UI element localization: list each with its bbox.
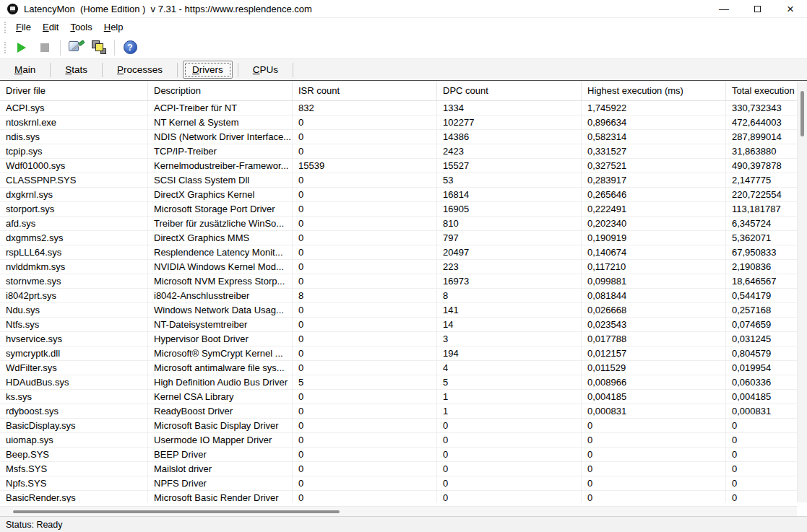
table-row[interactable]: dxgkrnl.sysDirectX Graphics Kernel016814… <box>0 188 807 202</box>
table-cell: 0,023543 <box>582 318 726 331</box>
menu-tools[interactable]: Tools <box>64 20 98 34</box>
column-header-dpc-count[interactable]: DPC count <box>437 81 582 100</box>
copy-report-button[interactable] <box>89 38 109 57</box>
table-cell: stornvme.sys <box>0 274 148 288</box>
table-cell: 0,012157 <box>582 346 726 360</box>
table-row[interactable]: HDAudBus.sysHigh Definition Audio Bus Dr… <box>0 375 807 390</box>
table-cell: 0,140674 <box>582 245 726 259</box>
minimize-icon: — <box>719 3 729 14</box>
table-row[interactable]: CLASSPNP.SYSSCSI Class System Dll0530,28… <box>0 173 807 188</box>
table-cell: 0,327521 <box>582 159 726 173</box>
table-cell: 0 <box>582 476 726 490</box>
menu-edit[interactable]: Edit <box>37 20 64 34</box>
horizontal-scrollbar[interactable] <box>0 506 797 516</box>
table-cell: 0 <box>293 188 437 201</box>
menu-help[interactable]: Help <box>98 20 129 34</box>
table-row[interactable]: Ntfs.sysNT-Dateisystemtreiber0140,023543… <box>0 318 807 332</box>
tools-icon <box>67 40 85 56</box>
table-row[interactable]: BasicDisplay.sysMicrosoft Basic Display … <box>0 419 807 433</box>
table-cell: 0,202340 <box>582 217 726 230</box>
table-cell: 810 <box>437 217 582 230</box>
table-row[interactable]: hvservice.sysHypervisor Boot Driver030,0… <box>0 332 807 346</box>
table-cell: Beep.SYS <box>0 448 148 461</box>
table-row[interactable]: symcryptk.dllMicrosoft® SymCrypt Kernel … <box>0 346 807 361</box>
column-header-highest-execution-ms[interactable]: Highest execution (ms) <box>582 81 726 100</box>
vertical-scrollbar-thumb[interactable] <box>800 91 804 136</box>
table-cell: 0 <box>437 419 582 432</box>
tab-separator <box>50 63 51 77</box>
vertical-scrollbar[interactable] <box>797 82 807 502</box>
statusbar: Status: Ready <box>0 516 807 532</box>
table-cell: ntoskrnl.exe <box>0 115 148 129</box>
column-header-description[interactable]: Description <box>148 81 293 100</box>
table-row[interactable]: dxgmms2.sysDirectX Graphics MMS07970,190… <box>0 231 807 245</box>
table-cell: 0 <box>293 260 437 274</box>
app-logo-glyph <box>10 6 15 12</box>
table-row[interactable]: Wdf01000.sysKernelmodustreiber-Framewor.… <box>0 159 807 173</box>
table-cell: HDAudBus.sys <box>0 375 148 389</box>
maximize-button[interactable] <box>741 0 774 17</box>
tab-label-accel: P <box>117 64 124 75</box>
stop-monitor-button[interactable] <box>35 38 55 57</box>
table-cell: 8 <box>293 289 437 302</box>
table-cell: Microsoft Basic Display Driver <box>148 419 293 432</box>
tab-label-rest: ain <box>22 64 35 75</box>
table-cell: dxgmms2.sys <box>0 231 148 245</box>
table-row[interactable]: rdyboost.sysReadyBoost Driver010,0008310… <box>0 404 807 419</box>
table-row[interactable]: ks.sysKernel CSA Library010,0041850,0041… <box>0 390 807 404</box>
horizontal-scrollbar-thumb[interactable] <box>13 510 340 513</box>
table-row[interactable]: Beep.SYSBEEP Driver0000 <box>0 448 807 462</box>
table-row[interactable]: ntoskrnl.exeNT Kernel & System01022770,8… <box>0 115 807 130</box>
table-row[interactable]: BasicRender.sysMicrosoft Basic Render Dr… <box>0 491 807 502</box>
menu-edit-rest: dit <box>49 22 59 32</box>
table-row[interactable]: uiomap.sysUsermode IO Mapper Driver0000 <box>0 433 807 448</box>
table-row[interactable]: Npfs.SYSNPFS Driver0000 <box>0 476 807 491</box>
table-cell: dxgkrnl.sys <box>0 188 148 201</box>
latencymon-window: LatencyMon (Home Edition ) v 7.31 - http… <box>0 0 807 532</box>
table-row[interactable]: Ndu.sysWindows Network Data Usag...01410… <box>0 303 807 318</box>
table-row[interactable]: rspLLL64.sysResplendence Latency Monit..… <box>0 245 807 260</box>
table-cell: High Definition Audio Bus Driver <box>148 375 293 389</box>
stop-icon <box>40 43 49 52</box>
table-row[interactable]: tcpip.sysTCP/IP-Treiber024230,33152731,8… <box>0 144 807 159</box>
tab-cpus[interactable]: CPUs <box>243 61 288 79</box>
table-row[interactable]: Msfs.SYSMailslot driver0000 <box>0 462 807 476</box>
column-header-driver-file[interactable]: Driver file <box>0 81 148 100</box>
table-row[interactable]: stornvme.sysMicrosoft NVM Express Storp.… <box>0 274 807 289</box>
tab-main[interactable]: Main <box>5 61 45 79</box>
table-cell: 832 <box>293 101 437 115</box>
table-row[interactable]: storport.sysMicrosoft Storage Port Drive… <box>0 202 807 217</box>
table-cell: nvlddmkm.sys <box>0 260 148 274</box>
minimize-button[interactable]: — <box>707 0 741 17</box>
close-button[interactable]: × <box>774 0 807 17</box>
tab-drivers[interactable]: Drivers <box>183 61 233 79</box>
table-row[interactable]: afd.sysTreiber für zusätzliche WinSo...0… <box>0 217 807 231</box>
table-cell: 0 <box>582 433 726 447</box>
column-header-isr-count[interactable]: ISR count <box>293 81 437 100</box>
table-cell: 472,644003 <box>726 115 807 129</box>
tab-separator <box>177 63 178 77</box>
table-row[interactable]: nvlddmkm.sysNVIDIA Windows Kernel Mod...… <box>0 260 807 274</box>
start-monitor-button[interactable] <box>12 38 32 57</box>
table-row[interactable]: ndis.sysNDIS (Network Driver Interface..… <box>0 130 807 144</box>
menu-file-rest: ile <box>22 22 31 32</box>
table-cell: CLASSPNP.SYS <box>0 173 148 187</box>
table-cell: Microsoft® SymCrypt Kernel ... <box>148 346 293 360</box>
table-cell: 0,582314 <box>582 130 726 144</box>
menu-file[interactable]: File <box>10 20 37 34</box>
table-row[interactable]: ACPI.sysACPI-Treiber für NT83213341,7459… <box>0 101 807 115</box>
table-cell: 0,331527 <box>582 144 726 158</box>
table-row[interactable]: WdFilter.sysMicrosoft antimalware file s… <box>0 361 807 375</box>
driver-table-body: ACPI.sysACPI-Treiber für NT83213341,7459… <box>0 101 807 502</box>
toolbar-gripper[interactable] <box>4 42 6 53</box>
column-header-total-execution-ms[interactable]: Total execution (ms) <box>726 81 807 100</box>
help-button[interactable]: ? <box>120 38 140 57</box>
table-cell: Resplendence Latency Monit... <box>148 245 293 259</box>
table-cell: 0,008966 <box>582 375 726 389</box>
table-row[interactable]: i8042prt.sysi8042-Anschlusstreiber880,08… <box>0 289 807 303</box>
driver-options-button[interactable] <box>66 38 86 57</box>
tab-stats[interactable]: Stats <box>56 61 97 79</box>
menubar-gripper[interactable] <box>4 22 6 33</box>
window-title: LatencyMon (Home Edition ) v 7.31 - http… <box>24 4 312 14</box>
tab-processes[interactable]: Processes <box>108 61 172 79</box>
